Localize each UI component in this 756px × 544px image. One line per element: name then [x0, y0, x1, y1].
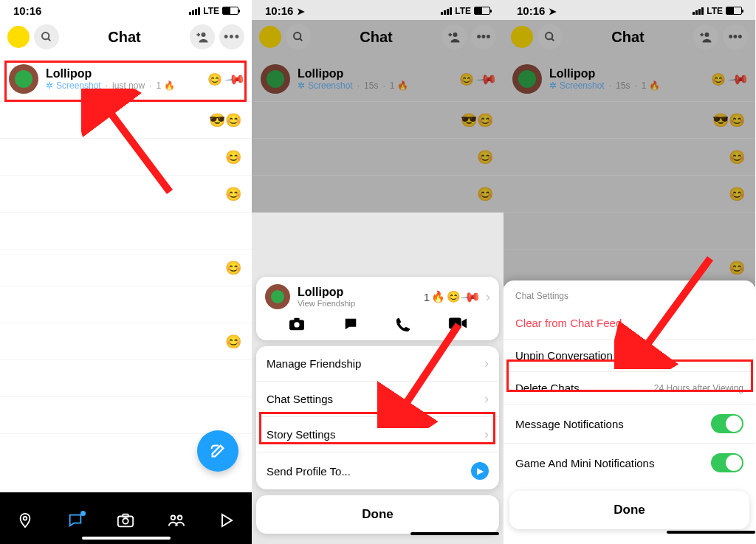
search-button[interactable] — [537, 24, 563, 49]
chat-row-placeholder[interactable] — [504, 213, 755, 249]
add-friend-button[interactable] — [190, 24, 215, 49]
phone-screen-3: 10:16 ➤ LTE Chat ••• Lollipop ✲ Screensh… — [504, 0, 755, 544]
more-button[interactable]: ••• — [219, 24, 244, 49]
chat-row-placeholder[interactable]: 😎😊 — [252, 102, 504, 139]
more-button[interactable]: ••• — [471, 24, 496, 49]
friend-menu-card: Manage Friendship› Chat Settings› Story … — [256, 346, 499, 489]
header-title: Chat — [63, 29, 185, 46]
tab-chat[interactable] — [61, 512, 90, 528]
status-time: 10:16 — [13, 4, 41, 17]
map-icon — [17, 512, 33, 528]
setting-message-notifications[interactable]: Message Notifications — [504, 404, 755, 443]
stories-icon — [168, 513, 185, 528]
menu-send-profile[interactable]: Send Profile To...▶ — [256, 452, 499, 489]
friend-name: Lollipop — [46, 67, 200, 80]
setting-clear-chat[interactable]: Clear from Chat Feed — [504, 307, 755, 339]
pin-icon: 📌 — [475, 68, 498, 91]
chat-row-placeholder[interactable] — [0, 286, 252, 323]
chat-row-placeholder[interactable]: 😎😊 — [0, 102, 252, 139]
chat-row-placeholder[interactable] — [0, 213, 252, 249]
chat-row-placeholder[interactable]: 😊 — [0, 323, 252, 360]
chat-action[interactable] — [343, 317, 359, 333]
status-bar: 10:16 ➤ LTE — [504, 0, 755, 20]
friend-avatar — [9, 64, 38, 94]
chat-row-placeholder[interactable]: 😊 — [504, 139, 755, 176]
chat-row-placeholder[interactable]: 😎😊 — [504, 102, 755, 139]
home-indicator[interactable] — [667, 531, 755, 534]
profile-card: Lollipop View Friendship 1🔥😊📌 › — [256, 277, 499, 340]
profile-avatar[interactable] — [259, 26, 281, 48]
carrier-label: LTE — [707, 6, 723, 16]
location-icon: ➤ — [549, 6, 557, 17]
chat-row-placeholder[interactable]: 😊 — [504, 176, 755, 213]
tab-stories[interactable] — [162, 513, 191, 528]
search-icon — [544, 31, 556, 43]
home-indicator[interactable] — [410, 532, 499, 535]
svg-point-0 — [42, 32, 49, 39]
menu-manage-friendship[interactable]: Manage Friendship› — [256, 346, 499, 381]
pin-icon: 📌 — [727, 68, 750, 91]
tab-camera[interactable] — [111, 512, 140, 528]
search-icon — [292, 31, 304, 43]
chat-row-placeholder[interactable] — [0, 397, 252, 434]
profile-card-badges: 1🔥😊📌 — [424, 289, 478, 305]
profile-avatar[interactable] — [511, 26, 533, 48]
tab-map[interactable] — [10, 512, 40, 528]
search-button[interactable] — [286, 24, 311, 49]
toggle-on-icon[interactable] — [711, 414, 743, 433]
chat-row-placeholder[interactable] — [0, 360, 252, 397]
chat-row-lollipop[interactable]: Lollipop ✲ Screenshot 15s 1🔥 😊📌 — [504, 57, 755, 102]
home-indicator[interactable] — [82, 537, 171, 540]
done-button[interactable]: Done — [509, 491, 749, 529]
chat-row-placeholder[interactable]: 😊 — [0, 249, 252, 286]
done-button[interactable]: Done — [256, 495, 499, 534]
toggle-on-icon[interactable] — [711, 453, 743, 472]
chat-row-placeholder[interactable]: 😊 — [0, 139, 252, 176]
profile-card-header[interactable]: Lollipop View Friendship 1🔥😊📌 › — [265, 284, 490, 309]
add-friend-button[interactable] — [441, 24, 467, 49]
carrier-label: LTE — [455, 6, 471, 16]
profile-card-name: Lollipop — [298, 286, 416, 299]
chat-row-placeholder[interactable]: 😊 — [0, 176, 252, 213]
status-text: Screenshot — [56, 80, 101, 91]
video-icon — [448, 317, 467, 330]
chat-row-placeholder[interactable]: 😊 — [252, 139, 504, 176]
more-button[interactable]: ••• — [723, 24, 748, 49]
fire-icon: 🔥 — [164, 80, 175, 91]
svg-point-10 — [178, 516, 182, 520]
camera-icon — [117, 512, 134, 528]
chat-header: Chat ••• — [252, 20, 504, 57]
chat-badge-icon — [80, 511, 86, 516]
chat-row-lollipop[interactable]: Lollipop ✲ Screenshot 15s 1🔥 😊📌 — [252, 57, 504, 102]
chat-row-placeholder[interactable]: 😊 — [252, 176, 504, 213]
call-action[interactable] — [395, 317, 411, 333]
more-icon: ••• — [224, 30, 240, 45]
menu-story-settings[interactable]: Story Settings› — [256, 416, 499, 452]
search-button[interactable] — [34, 24, 59, 49]
tab-spotlight[interactable] — [212, 513, 241, 528]
add-friend-button[interactable] — [693, 24, 718, 49]
setting-unpin-conversation[interactable]: Unpin Conversation — [504, 339, 755, 371]
setting-game-notifications[interactable]: Game And Mini Notifications — [504, 443, 755, 482]
battery-icon — [474, 7, 490, 15]
friend-avatar — [265, 284, 290, 309]
phone-screen-2: 10:16 ➤ LTE Chat ••• Lollipop ✲ Screensh… — [252, 0, 504, 544]
phone-icon — [395, 317, 411, 333]
chat-icon — [343, 317, 359, 331]
chat-row-subtitle: ✲ Screenshot 15s 1🔥 — [549, 80, 704, 91]
video-action[interactable] — [448, 317, 467, 333]
streak-count: 1 — [156, 80, 161, 91]
add-friend-icon — [447, 31, 461, 43]
setting-delete-chats[interactable]: Delete Chats... 24 Hours after Viewing — [504, 371, 755, 404]
battery-icon — [726, 7, 742, 15]
menu-chat-settings[interactable]: Chat Settings› — [256, 381, 499, 416]
battery-icon — [222, 7, 238, 15]
svg-rect-8 — [123, 514, 128, 517]
profile-avatar[interactable] — [7, 26, 30, 48]
chat-row-lollipop[interactable]: Lollipop ✲ Screenshot just now 1🔥 😊 📌 — [0, 57, 252, 102]
chat-row-subtitle: ✲ Screenshot just now 1🔥 — [46, 80, 200, 91]
chat-list: Lollipop ✲ Screenshot just now 1🔥 😊 📌 😎😊… — [0, 57, 252, 434]
camera-action[interactable] — [288, 317, 306, 333]
chat-row-subtitle: ✲ Screenshot 15s 1🔥 — [298, 80, 452, 91]
new-chat-fab[interactable] — [197, 430, 238, 472]
